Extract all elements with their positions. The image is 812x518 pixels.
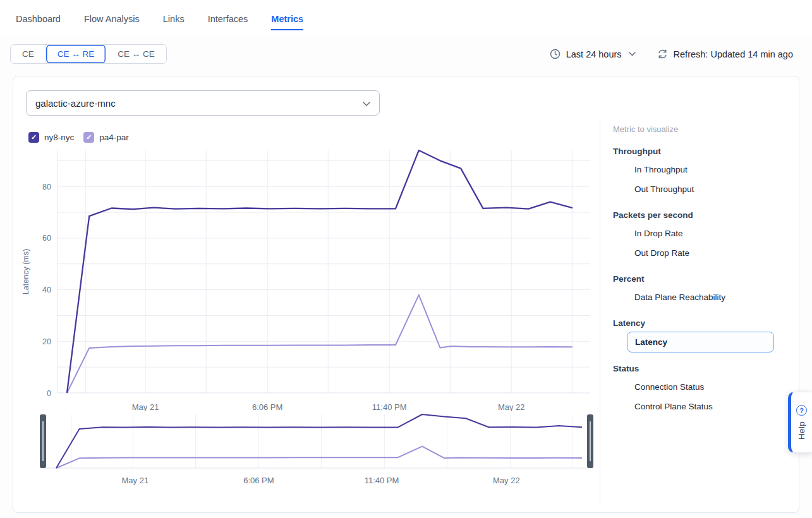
latency-chart: 020406080May 216:06 PM11:40 PMMay 22Late… (20, 146, 595, 414)
metric-item-connection-status[interactable]: Connection Status (613, 377, 788, 397)
x-tick-label: 11:40 PM (372, 402, 407, 411)
refresh-button[interactable]: Refresh: Updated 14 min ago (657, 49, 793, 59)
metric-category-throughput: Throughput (613, 147, 788, 156)
toolbar: CECE ↔ RECE ↔ CE Last 24 hours Refresh: … (10, 44, 793, 64)
device-select-value: galactic-azure-mnc (35, 98, 116, 109)
brush-line-pa4-par (56, 447, 582, 468)
device-select[interactable]: galactic-azure-mnc (26, 90, 380, 116)
metric-item-in-drop-rate[interactable]: In Drop Rate (613, 224, 788, 243)
view-tab-ce-re[interactable]: CE ↔ RE (46, 45, 107, 63)
y-axis-label: Latency (ms) (21, 249, 30, 294)
x-tick-label: 6:06 PM (252, 402, 282, 411)
nav-tabs: DashboardFlow AnalysisLinksInterfacesMet… (16, 14, 303, 30)
metrics-card: galactic-azure-mnc ✓ny8-nyc✓pa4-par 0204… (13, 76, 799, 513)
series-legend: ✓ny8-nyc✓pa4-par (28, 132, 129, 143)
latency-chart-svg: 020406080May 216:06 PM11:40 PMMay 22Late… (20, 146, 595, 411)
nav-item-flow-analysis[interactable]: Flow Analysis (84, 14, 140, 30)
brush-x-tick-label: 11:40 PM (365, 476, 399, 485)
chevron-down-icon (629, 52, 636, 56)
top-navigation: DashboardFlow AnalysisLinksInterfacesMet… (0, 0, 812, 35)
brush-handle-right[interactable] (587, 414, 593, 468)
question-circle-icon: ? (796, 405, 807, 416)
x-tick-label: May 21 (132, 402, 159, 411)
y-tick-label: 60 (42, 234, 51, 243)
time-range-label: Last 24 hours (566, 49, 622, 59)
nav-item-metrics[interactable]: Metrics (271, 14, 303, 30)
time-brush[interactable]: May 216:06 PM11:40 PMMay 22 (35, 411, 598, 493)
metric-groups: ThroughputIn ThroughputOut ThroughputPac… (613, 147, 788, 416)
x-tick-label: May 22 (498, 402, 525, 411)
metrics-page: DashboardFlow AnalysisLinksInterfacesMet… (0, 0, 812, 518)
checkbox-check-icon: ✓ (28, 132, 39, 143)
time-brush-svg: May 216:06 PM11:40 PMMay 22 (35, 411, 598, 490)
refresh-icon (657, 49, 668, 59)
refresh-label: Refresh: Updated 14 min ago (674, 49, 793, 59)
metric-category-latency: Latency (613, 318, 788, 328)
metric-item-out-throughput[interactable]: Out Throughput (613, 179, 788, 199)
nav-item-links[interactable]: Links (163, 14, 185, 30)
legend-checkbox-pa4-par[interactable]: ✓pa4-par (83, 132, 129, 143)
brush-x-tick-label: May 22 (493, 476, 520, 485)
metric-item-out-drop-rate[interactable]: Out Drop Rate (613, 243, 788, 263)
help-label: Help (797, 421, 806, 440)
legend-label: pa4-par (99, 133, 129, 142)
chevron-down-icon (363, 98, 370, 109)
metric-item-data-plane-reachability[interactable]: Data Plane Reachability (613, 287, 788, 307)
metric-sidebar: Metric to visualize ThroughputIn Through… (600, 118, 799, 506)
help-button[interactable]: ? Help (788, 392, 812, 453)
y-tick-label: 40 (42, 286, 51, 294)
nav-item-dashboard[interactable]: Dashboard (16, 14, 61, 30)
y-tick-label: 0 (47, 389, 51, 398)
view-tab-ce[interactable]: CE (11, 45, 46, 63)
brush-line-ny8-nyc (56, 414, 582, 468)
metric-sidebar-title: Metric to visualize (613, 124, 788, 134)
metric-item-latency[interactable]: Latency (627, 332, 774, 352)
metric-category-percent: Percent (613, 274, 788, 284)
view-tab-ce-ce[interactable]: CE ↔ CE (106, 45, 166, 63)
metric-item-control-plane-status[interactable]: Control Plane Status (613, 397, 788, 416)
clock-icon (550, 49, 561, 59)
brush-x-tick-label: 6:06 PM (243, 476, 274, 485)
metric-category-status: Status (613, 364, 788, 373)
view-tab-group: CECE ↔ RECE ↔ CE (10, 44, 167, 64)
time-range-selector[interactable]: Last 24 hours (550, 49, 636, 59)
legend-label: ny8-nyc (44, 133, 74, 142)
nav-item-interfaces[interactable]: Interfaces (208, 14, 248, 30)
metric-item-in-throughput[interactable]: In Throughput (613, 160, 788, 179)
brush-handle-left[interactable] (40, 414, 46, 468)
legend-checkbox-ny8-nyc[interactable]: ✓ny8-nyc (28, 132, 74, 143)
y-tick-label: 20 (42, 337, 51, 346)
toolbar-right: Last 24 hours Refresh: Updated 14 min ag… (550, 44, 793, 64)
brush-x-tick-label: May 21 (122, 476, 149, 485)
metric-category-packets-per-second: Packets per second (613, 210, 788, 220)
latency-line-pa4-par (67, 295, 573, 393)
checkbox-check-icon: ✓ (83, 132, 94, 143)
y-tick-label: 80 (42, 183, 51, 191)
